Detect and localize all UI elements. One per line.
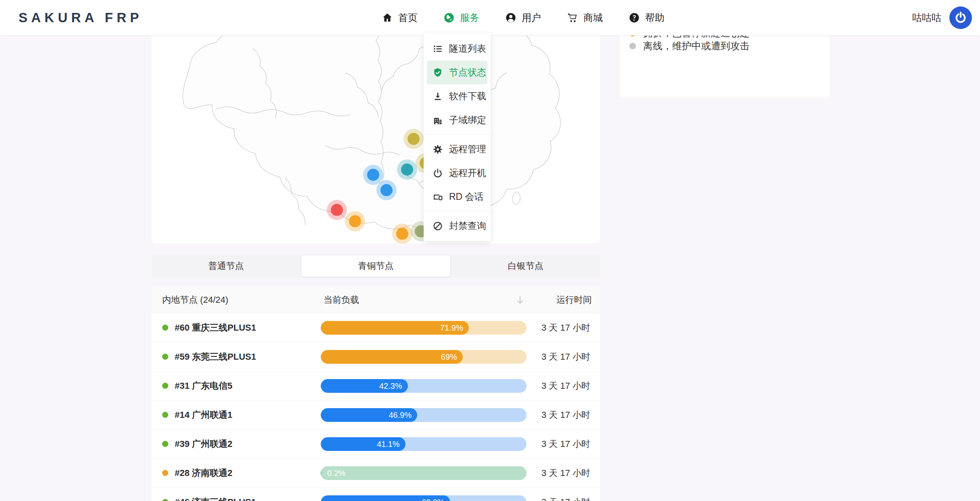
map-node-dot-core <box>331 204 343 216</box>
home-icon <box>382 12 393 23</box>
node-name: #28 济南联通2 <box>175 467 308 479</box>
menu-item-label: 节点状态 <box>449 66 486 79</box>
nav-item-label: 服务 <box>460 11 479 24</box>
china-map <box>152 24 600 243</box>
gear-icon <box>433 144 443 155</box>
load-bar-fill <box>321 466 321 480</box>
node-uptime: 3 天 17 小时 <box>527 467 600 479</box>
load-percent-label: 71.9% <box>440 323 463 332</box>
nav-item-label: 商城 <box>583 11 603 24</box>
node-uptime: 3 天 17 小时 <box>527 496 600 501</box>
node-tier-tabs: 普通节点 青铜节点 白银节点 <box>152 254 600 278</box>
load-percent-label: 42.3% <box>379 381 402 390</box>
table-body: #60 重庆三线PLUS1 71.9% 3 天 17 小时 #59 东莞三线PL… <box>152 313 600 501</box>
nav-item-help[interactable]: 帮助 <box>629 11 664 24</box>
node-name: #60 重庆三线PLUS1 <box>175 322 308 334</box>
services-dropdown-menu: 隧道列表 节点状态 软件下载 子域绑定 远程管理 远程开机 RD 会话 封禁查询 <box>424 34 491 241</box>
username[interactable]: 咕咕咕 <box>912 11 941 24</box>
table-row[interactable]: #31 广东电信5 42.3% 3 天 17 小时 <box>152 371 600 400</box>
node-name: #31 广东电信5 <box>175 380 308 392</box>
map-node-dot[interactable] <box>345 211 365 231</box>
node-uptime: 3 天 17 小时 <box>527 438 600 450</box>
shield-check-icon <box>433 67 443 78</box>
node-uptime: 3 天 17 小时 <box>527 380 600 392</box>
menu-item-ban-query[interactable]: 封禁查询 <box>424 214 491 238</box>
nav-item-label: 帮助 <box>645 11 664 24</box>
tier-tab-label: 青铜节点 <box>358 260 393 272</box>
menu-item-downloads[interactable]: 软件下载 <box>424 84 491 108</box>
map-node-dot-core <box>380 184 393 196</box>
nav-item-label: 首页 <box>398 11 418 24</box>
menu-item-remote-mgmt[interactable]: 远程管理 <box>424 137 491 161</box>
load-bar: 0.2% <box>321 466 527 480</box>
load-percent-label: 69% <box>441 352 457 361</box>
menu-item-node-status[interactable]: 节点状态 <box>427 61 487 84</box>
load-bar: 42.3% <box>321 379 527 393</box>
table-row[interactable]: #28 济南联通2 0.2% 3 天 17 小时 <box>152 459 600 488</box>
node-status-dot <box>162 325 168 331</box>
load-percent-label: 46.9% <box>389 410 412 419</box>
menu-divider <box>424 134 491 135</box>
menu-item-subdomain[interactable]: 子域绑定 <box>424 108 491 132</box>
menu-item-wake-on-lan[interactable]: 远程开机 <box>424 161 491 185</box>
map-node-dot-core <box>349 215 361 227</box>
node-status-dot <box>162 441 168 447</box>
tier-tab-bronze[interactable]: 青铜节点 <box>301 256 450 277</box>
node-status-dot <box>162 412 168 418</box>
map-node-dot[interactable] <box>376 180 397 200</box>
navbar-right: 咕咕咕 <box>912 0 972 35</box>
table-row[interactable]: #39 广州联通2 41.1% 3 天 17 小时 <box>152 430 600 459</box>
cart-icon <box>567 12 578 23</box>
column-header-uptime: 运行时间 <box>556 287 592 313</box>
tier-tab-normal[interactable]: 普通节点 <box>152 256 300 277</box>
table-header: 内地节点 (24/24) 当前负载 运行时间 <box>152 287 600 313</box>
nav-item-services[interactable]: 服务 <box>443 11 479 24</box>
user-avatar[interactable] <box>949 6 972 29</box>
table-row[interactable]: #59 东莞三线PLUS1 69% 3 天 17 小时 <box>152 342 600 371</box>
node-status-dot <box>162 354 168 360</box>
map-node-dot[interactable] <box>327 200 347 220</box>
nav-item-shop[interactable]: 商城 <box>567 11 603 24</box>
help-icon <box>629 12 640 23</box>
map-node-dot-core <box>401 164 413 176</box>
load-bar: 62.9% <box>321 495 527 501</box>
nav-item-home[interactable]: 首页 <box>382 11 418 24</box>
load-bar: 71.9% <box>321 321 527 335</box>
load-bar: 46.9% <box>321 408 527 422</box>
node-name: #14 广州联通1 <box>175 409 308 421</box>
menu-item-label: 远程管理 <box>449 143 486 155</box>
sort-arrow-down-icon[interactable] <box>514 287 526 313</box>
node-table-card: 内地节点 (24/24) 当前负载 运行时间 #60 重庆三线PLUS1 71.… <box>152 287 600 501</box>
table-row[interactable]: #60 重庆三线PLUS1 71.9% 3 天 17 小时 <box>152 313 600 342</box>
power-icon <box>433 168 443 178</box>
column-header-load: 当前负载 <box>324 287 359 313</box>
menu-item-label: 子域绑定 <box>449 114 486 126</box>
map-node-dot[interactable] <box>397 159 417 180</box>
ban-icon <box>433 221 443 231</box>
menu-item-rd-session[interactable]: RD 会话 <box>424 185 491 209</box>
map-node-dot[interactable] <box>392 224 412 243</box>
menu-item-label: 软件下载 <box>449 90 486 103</box>
node-uptime: 3 天 17 小时 <box>527 409 600 421</box>
globe-icon <box>443 12 455 23</box>
devices-icon <box>433 192 443 202</box>
nav-item-label: 用户 <box>522 11 541 24</box>
menu-divider <box>424 211 491 212</box>
nav-item-user[interactable]: 用户 <box>505 11 541 24</box>
map-node-dot[interactable] <box>403 129 424 149</box>
tier-tab-silver[interactable]: 白银节点 <box>451 256 600 277</box>
menu-item-tunnels[interactable]: 隧道列表 <box>424 37 491 61</box>
map-node-dot-core <box>396 228 408 240</box>
legend-text: 离线，维护中或遭到攻击 <box>643 40 750 52</box>
site-logo[interactable]: SAKURA FRP <box>19 0 143 35</box>
menu-item-label: 封禁查询 <box>449 220 486 232</box>
legend-row: 离线，维护中或遭到攻击 <box>629 40 830 52</box>
node-status-dot <box>162 470 168 476</box>
top-navbar: SAKURA FRP 首页 服务 用户 商城 帮助 咕咕咕 <box>0 0 980 36</box>
menu-item-label: 远程开机 <box>449 167 486 179</box>
map-node-dot-core <box>367 169 379 181</box>
table-row[interactable]: #46 济南三线PLUS1 62.9% 3 天 17 小时 <box>152 488 600 501</box>
node-uptime: 3 天 17 小时 <box>527 351 600 363</box>
menu-item-label: 隧道列表 <box>449 42 486 55</box>
table-row[interactable]: #14 广州联通1 46.9% 3 天 17 小时 <box>152 400 600 430</box>
